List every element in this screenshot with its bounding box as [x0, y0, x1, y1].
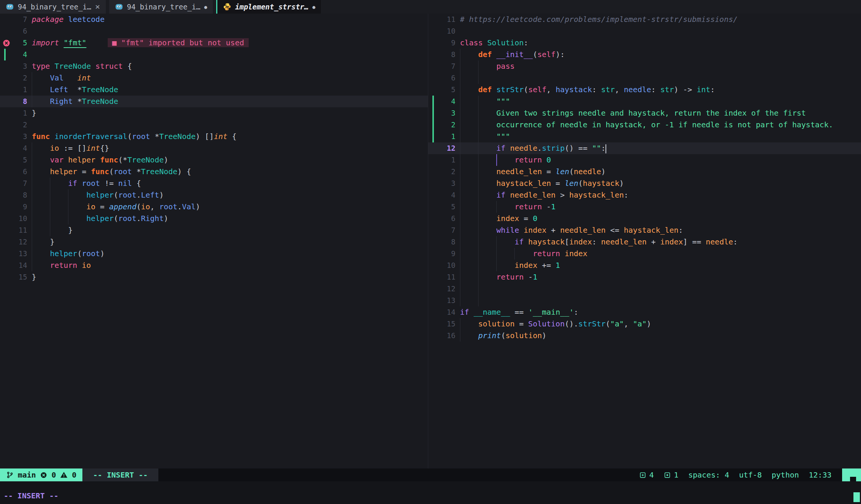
code-line[interactable]: 12 if needle.strip() == "":: [428, 142, 861, 154]
code-line[interactable]: 6: [428, 72, 861, 84]
indent-guide: [478, 154, 496, 166]
indent-guide: [478, 295, 496, 306]
code-line[interactable]: 4 """: [428, 96, 861, 107]
code-line[interactable]: 6: [0, 25, 428, 37]
code-text: helper(root.Right): [27, 213, 168, 224]
code-line[interactable]: 11# https://leetcode.com/problems/implem…: [428, 14, 861, 25]
indent-guide: [460, 178, 478, 189]
code-text: pass: [455, 60, 514, 72]
code-line[interactable]: 4 if needle_len > haystack_len:: [428, 189, 861, 201]
sign-column: [0, 107, 13, 119]
tab-94-binary-tree-i[interactable]: 94_binary_tree_i…×: [0, 0, 106, 14]
indent-guide: [478, 201, 496, 213]
sign-column: [0, 271, 13, 283]
code-line[interactable]: 7package leetcode: [0, 14, 428, 25]
indent-guide: [478, 271, 496, 283]
indent-guide: [460, 49, 478, 60]
line-number: 13: [13, 248, 27, 260]
error-count-icon: [40, 472, 47, 479]
code-line[interactable]: 15 solution = Solution().strStr("a", "a"…: [428, 318, 861, 330]
code-line[interactable]: 10: [428, 25, 861, 37]
code-line[interactable]: 2 Val int: [0, 72, 428, 84]
right-editor-pane[interactable]: 11# https://leetcode.com/problems/implem…: [428, 14, 861, 468]
code-line[interactable]: 7 while index + needle_len <= haystack_l…: [428, 224, 861, 236]
code-line[interactable]: 2: [0, 119, 428, 131]
code-text: def strStr(self, haystack: str, needle: …: [455, 84, 715, 96]
indent-guide: [32, 201, 50, 213]
cursor-position: 12:33: [809, 470, 832, 479]
code-line[interactable]: 8 Right *TreeNode: [0, 96, 428, 107]
encoding-status[interactable]: utf-8: [739, 470, 762, 479]
indent-status[interactable]: spaces: 4: [688, 470, 729, 479]
code-text: if needle_len > haystack_len:: [455, 189, 629, 201]
code-line[interactable]: 11 }: [0, 224, 428, 236]
code-text: func inorderTraversal(root *TreeNode) []…: [27, 131, 237, 142]
sign-column: [428, 213, 441, 224]
indent-guide: [68, 201, 86, 213]
code-line[interactable]: 9 io = append(io, root.Val): [0, 201, 428, 213]
code-line[interactable]: 6 index = 0: [428, 213, 861, 224]
code-line[interactable]: 3func inorderTraversal(root *TreeNode) […: [0, 131, 428, 142]
code-text: """: [455, 131, 510, 142]
code-line[interactable]: 15}: [0, 271, 428, 283]
indent-guide: [32, 236, 50, 248]
diff-modified-count: 1: [674, 470, 678, 479]
left-editor-pane[interactable]: 7package leetcode65import "fmt"■ "fmt" i…: [0, 14, 428, 468]
code-line[interactable]: 3 haystack_len = len(haystack): [428, 178, 861, 189]
sign-column: [428, 201, 441, 213]
code-line[interactable]: 6 helper = func(root *TreeNode) {: [0, 166, 428, 178]
code-line[interactable]: 4 io := []int{}: [0, 142, 428, 154]
indent-guide: [496, 236, 514, 248]
code-line[interactable]: 8 if haystack[index: needle_len + index]…: [428, 236, 861, 248]
git-branch-label: main: [18, 470, 36, 479]
line-number: 14: [13, 260, 27, 271]
tab-close-icon[interactable]: ×: [95, 3, 100, 11]
filetype-status[interactable]: python: [772, 470, 799, 479]
code-line[interactable]: 14 return io: [0, 260, 428, 271]
code-line[interactable]: 4: [0, 49, 428, 60]
code-line[interactable]: 2 occurrence of needle in haystack, or -…: [428, 119, 861, 131]
code-line[interactable]: 7 if root != nil {: [0, 178, 428, 189]
indent-guide: [478, 107, 496, 119]
tab-implement-strstr[interactable]: implement_strstr…●: [216, 0, 321, 14]
tab-94-binary-tree-i[interactable]: 94_binary_tree_i…●: [109, 0, 213, 14]
code-line[interactable]: 8 helper(root.Left): [0, 189, 428, 201]
line-number: 5: [13, 37, 27, 49]
code-line[interactable]: 14if __name__ == '__main__':: [428, 306, 861, 318]
code-line[interactable]: 1 """: [428, 131, 861, 142]
code-line[interactable]: 10 index += 1: [428, 260, 861, 271]
indent-guide: [460, 131, 478, 142]
code-line[interactable]: 5import "fmt"■ "fmt" imported but not us…: [0, 37, 428, 49]
code-line[interactable]: 1 Left *TreeNode: [0, 84, 428, 96]
code-line[interactable]: 7 pass: [428, 60, 861, 72]
code-line[interactable]: 8 def __init__(self):: [428, 49, 861, 60]
code-line[interactable]: 9 return index: [428, 248, 861, 260]
code-line[interactable]: 12: [428, 283, 861, 295]
code-line[interactable]: 1}: [0, 107, 428, 119]
code-line[interactable]: 10 helper(root.Right): [0, 213, 428, 224]
code-line[interactable]: 9class Solution:: [428, 37, 861, 49]
line-number: 11: [441, 271, 455, 283]
code-line[interactable]: 12 }: [0, 236, 428, 248]
diagnostic-square-icon: ■: [112, 38, 121, 47]
git-added-sign: [428, 119, 441, 131]
code-line[interactable]: 5 return -1: [428, 201, 861, 213]
indent-guide: [32, 213, 50, 224]
code-line[interactable]: 5 def strStr(self, haystack: str, needle…: [428, 84, 861, 96]
git-branch-icon: [6, 471, 14, 479]
code-line[interactable]: 13: [428, 295, 861, 306]
git-segment[interactable]: main 0 0: [0, 468, 82, 481]
code-text: [27, 25, 32, 37]
code-line[interactable]: 3type TreeNode struct {: [0, 60, 428, 72]
code-line[interactable]: 3 Given two strings needle and haystack,…: [428, 107, 861, 119]
code-line[interactable]: 11 return -1: [428, 271, 861, 283]
git-added-sign: [428, 107, 441, 119]
command-line[interactable]: -- INSERT --: [0, 481, 861, 504]
code-text: package leetcode: [27, 14, 105, 25]
code-line[interactable]: 1 return 0: [428, 154, 861, 166]
code-line[interactable]: 2 needle_len = len(needle): [428, 166, 861, 178]
code-line[interactable]: 5 var helper func(*TreeNode): [0, 154, 428, 166]
code-line[interactable]: 13 helper(root): [0, 248, 428, 260]
indent-guide: [460, 96, 478, 107]
code-line[interactable]: 16 print(solution): [428, 330, 861, 342]
